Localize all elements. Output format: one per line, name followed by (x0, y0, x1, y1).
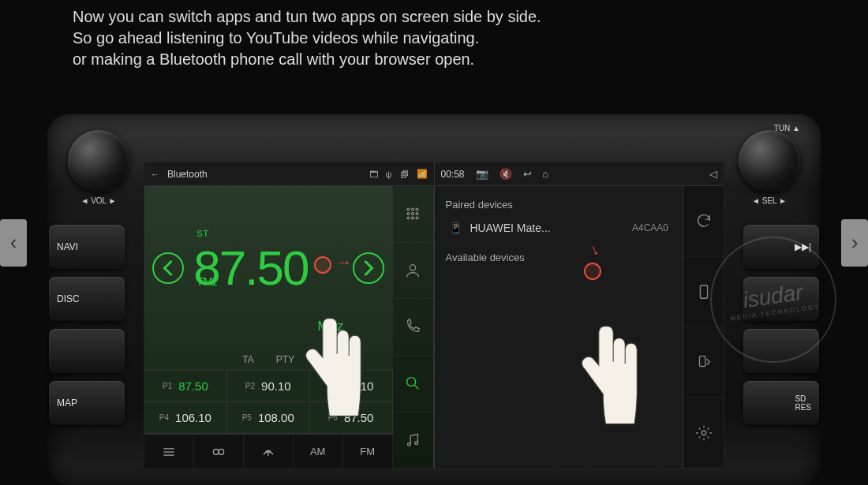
disc-button[interactable]: DISC (49, 277, 125, 321)
touch-indicator (314, 256, 331, 274)
preset-6[interactable]: P687.50 (310, 402, 393, 434)
window-icon: 🗔 (369, 170, 378, 179)
clock: 00:58 (441, 169, 465, 180)
statusbar-title: Bluetooth (167, 169, 208, 180)
preset-4[interactable]: P4106.10 (144, 402, 227, 434)
map-button[interactable]: MAP (49, 381, 125, 425)
paired-devices-label: Paired devices (446, 199, 672, 211)
svg-point-13 (408, 442, 411, 446)
svg-point-7 (416, 213, 418, 215)
svg-point-5 (407, 213, 410, 215)
volume-knob[interactable] (68, 130, 129, 192)
preset-5[interactable]: P5108.00 (227, 402, 310, 434)
statusbar-right: 00:58 📷 🔇 ↩ ⌂ ◁ (435, 162, 724, 186)
device-icon[interactable] (683, 257, 724, 328)
frequency-unit: MHz (317, 319, 343, 334)
back-icon[interactable]: ← (151, 170, 159, 179)
preset-2[interactable]: P290.10 (227, 371, 310, 402)
fm-button[interactable]: FM (343, 435, 393, 468)
svg-point-12 (407, 378, 416, 386)
carousel-next[interactable]: › (841, 219, 868, 267)
touch-indicator (584, 263, 601, 280)
menu-icon[interactable] (144, 435, 194, 468)
seek-up-button[interactable] (353, 252, 384, 284)
next-track-button[interactable]: ▶▶| (743, 225, 819, 269)
svg-point-9 (412, 217, 414, 219)
screenshot-icon[interactable]: 📷 (476, 168, 488, 180)
preset-3[interactable]: P398.10 (310, 371, 393, 402)
volume-label: ◄ VOL ► (68, 196, 129, 205)
mute-icon[interactable]: 🔇 (499, 168, 512, 180)
seek-down-button[interactable] (152, 252, 184, 284)
svg-point-1 (219, 449, 224, 454)
promo-text: Now you can switch apps and tun two apps… (73, 6, 541, 70)
bluetooth-app: 00:58 📷 🔇 ↩ ⌂ ◁ Paired devices 📱 HUAWEI … (435, 162, 724, 468)
radio-side-icons (393, 186, 434, 468)
bluetooth-body: Paired devices 📱 HUAWEI Mate... A4CAA0 A… (435, 186, 724, 468)
svg-point-17 (702, 431, 706, 435)
svg-point-11 (410, 265, 415, 270)
device-name: HUAWEI Mate... (470, 222, 551, 234)
pty-mode[interactable]: PTY (276, 354, 294, 365)
broadcast-icon[interactable] (244, 435, 294, 468)
svg-rect-15 (700, 285, 707, 299)
svg-point-6 (412, 213, 414, 215)
am-button[interactable]: AM (294, 435, 343, 468)
back-nav-icon[interactable]: ↩ (523, 168, 532, 180)
tune-knob[interactable] (739, 130, 800, 192)
contact-icon[interactable] (393, 243, 433, 300)
ta-mode[interactable]: TA (242, 354, 253, 365)
bt-side-icons (683, 186, 724, 468)
paired-device-row[interactable]: 📱 HUAWEI Mate... A4CAA0 (446, 215, 672, 241)
svg-point-14 (415, 442, 418, 445)
select-label: ◄ SEL ► (739, 196, 800, 205)
frequency-display: ST FM1 87.50 MHz (144, 186, 393, 349)
preset-grid: P187.50 P290.10 P398.10 P4106.10 P5108.0… (144, 370, 393, 434)
frequency-value: ST FM1 87.50 (193, 240, 308, 296)
svg-rect-16 (699, 356, 705, 367)
radio-bottom-bar: AM FM (144, 434, 393, 468)
dialpad-icon[interactable] (393, 186, 433, 243)
head-unit: ◄ VOL ► TUN ▲ ◄ SEL ► NAVI DISC MAP ▶▶| … (47, 114, 821, 485)
radio-body: ST FM1 87.50 MHz TA PTY P1 (144, 186, 434, 468)
tune-label: TUN ▲ (739, 124, 800, 132)
android-back-icon[interactable]: ◁ (709, 168, 717, 180)
device-mac: A4CAA0 (632, 222, 668, 233)
card-icon: 🗐 (400, 170, 409, 179)
carousel-prev[interactable]: ‹ (0, 219, 27, 267)
statusbar-left: ← Bluetooth 🗔 ψ 🗐 📶 (144, 162, 434, 186)
svg-point-0 (213, 449, 219, 454)
link-icon[interactable] (194, 435, 244, 468)
usb-icon: ψ (386, 170, 392, 179)
svg-point-4 (416, 208, 418, 211)
mode-row: TA PTY (144, 349, 393, 370)
phone-device-icon: 📱 (449, 222, 462, 234)
home-icon[interactable]: ⌂ (543, 168, 549, 180)
radio-app: ← Bluetooth 🗔 ψ 🗐 📶 ST FM1 (144, 162, 435, 468)
hw-button-l3[interactable] (49, 329, 125, 373)
svg-point-2 (407, 208, 410, 211)
svg-point-3 (412, 208, 414, 211)
wifi-icon: 📶 (417, 169, 428, 179)
svg-point-8 (407, 217, 410, 219)
touch-arrow-icon: → (336, 253, 352, 271)
music-icon[interactable] (393, 412, 433, 468)
refresh-icon[interactable] (683, 186, 724, 257)
svg-point-10 (416, 217, 418, 219)
search-icon[interactable] (393, 356, 433, 412)
sd-res-button[interactable]: SD RES (743, 381, 819, 425)
hw-button-r2[interactable] (743, 277, 819, 321)
phone-icon[interactable] (393, 299, 433, 356)
settings-icon[interactable] (683, 398, 724, 469)
available-devices-label: Available devices (446, 252, 672, 263)
preset-1[interactable]: P187.50 (144, 371, 227, 402)
hw-button-r3[interactable] (743, 329, 819, 373)
touchscreen: ← Bluetooth 🗔 ψ 🗐 📶 ST FM1 (144, 162, 724, 469)
unlink-icon[interactable] (683, 327, 724, 398)
navi-button[interactable]: NAVI (49, 225, 125, 269)
